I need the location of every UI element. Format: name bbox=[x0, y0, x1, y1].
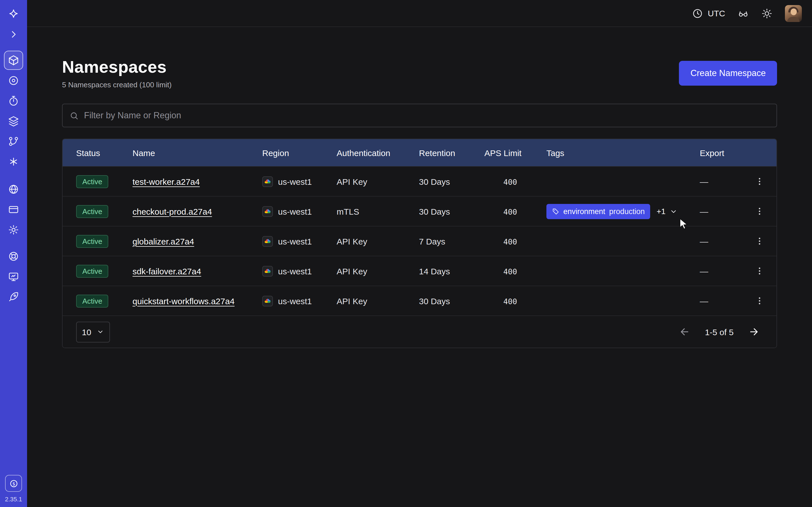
export-value: — bbox=[700, 207, 743, 216]
column-header-tags: Tags bbox=[546, 148, 700, 158]
sidebar: $ 2.35.1 bbox=[0, 0, 27, 507]
region-label: us-west1 bbox=[278, 177, 312, 186]
chevron-down-icon bbox=[96, 328, 104, 336]
sidebar-item-asterisk-icon[interactable] bbox=[7, 155, 20, 168]
page-size-selector[interactable]: 10 bbox=[76, 321, 110, 342]
timezone-selector[interactable]: UTC bbox=[692, 8, 725, 19]
sidebar-item-docs-monitor-icon[interactable] bbox=[7, 270, 20, 283]
retention-value: 7 Days bbox=[419, 236, 485, 246]
page-size-value: 10 bbox=[82, 327, 91, 337]
sidebar-item-globe-icon[interactable] bbox=[7, 182, 20, 196]
search-icon bbox=[69, 111, 79, 120]
sidebar-nav bbox=[0, 0, 27, 311]
avatar-decoration bbox=[791, 8, 797, 15]
region-label: us-west1 bbox=[278, 296, 312, 305]
pager: 1-5 of 5 bbox=[679, 326, 763, 337]
column-header-retention: Retention bbox=[419, 148, 485, 158]
app-root: $ 2.35.1 UTC bbox=[0, 0, 812, 507]
main-content: Namespaces 5 Namespaces created (100 lim… bbox=[27, 27, 812, 507]
user-avatar[interactable] bbox=[785, 5, 802, 22]
theme-sun-icon[interactable] bbox=[761, 8, 772, 19]
namespace-link[interactable]: globalizer.a27a4 bbox=[133, 236, 194, 246]
sidebar-item-branch-icon[interactable] bbox=[7, 135, 20, 148]
temporal-logo-icon[interactable] bbox=[7, 7, 20, 21]
gcp-logo-icon bbox=[262, 176, 273, 187]
export-value: — bbox=[700, 177, 743, 186]
gcp-logo-icon bbox=[262, 266, 273, 276]
sidebar-footer: $ 2.35.1 bbox=[5, 475, 22, 507]
sidebar-item-namespaces[interactable] bbox=[4, 51, 23, 70]
glasses-icon[interactable] bbox=[738, 8, 749, 19]
filter-input[interactable] bbox=[84, 110, 770, 121]
status-badge: Active bbox=[76, 235, 109, 247]
next-page-arrow-icon[interactable] bbox=[748, 326, 760, 337]
row-menu-kebab-icon[interactable] bbox=[752, 203, 767, 219]
sidebar-item-billing-card-icon[interactable] bbox=[7, 203, 20, 216]
namespace-link[interactable]: sdk-failover.a27a4 bbox=[133, 266, 201, 276]
gcp-logo-icon bbox=[262, 295, 273, 306]
sidebar-item-support-lifebuoy-icon[interactable] bbox=[7, 249, 20, 263]
region-label: us-west1 bbox=[278, 266, 312, 276]
namespace-count-subtitle: 5 Namespaces created (100 limit) bbox=[62, 80, 172, 89]
status-badge: Active bbox=[76, 265, 109, 277]
filter-searchbar bbox=[62, 104, 777, 127]
export-value: — bbox=[700, 266, 743, 276]
namespace-link[interactable]: quickstart-workflows.a27a4 bbox=[133, 296, 235, 305]
sidebar-item-timer-icon[interactable] bbox=[7, 94, 20, 108]
aps-limit-value: 400 bbox=[485, 267, 517, 276]
sidebar-group-primary bbox=[4, 51, 23, 175]
tag-key: environment bbox=[563, 207, 605, 216]
usage-dollar-icon[interactable]: $ bbox=[5, 475, 22, 492]
namespace-link[interactable]: test-worker.a27a4 bbox=[133, 177, 200, 186]
clock-icon bbox=[692, 8, 703, 19]
create-namespace-button[interactable]: Create Namespace bbox=[679, 61, 777, 86]
region-label: us-west1 bbox=[278, 236, 312, 246]
column-header-aps-limit: APS Limit bbox=[485, 148, 546, 158]
auth-method: API Key bbox=[337, 177, 419, 186]
aps-limit-value: 400 bbox=[485, 297, 517, 305]
sidebar-item-layers-icon[interactable] bbox=[7, 114, 20, 128]
sidebar-group-help bbox=[7, 249, 20, 311]
previous-page-arrow-icon[interactable] bbox=[679, 326, 690, 337]
auth-method: API Key bbox=[337, 236, 419, 246]
row-menu-kebab-icon[interactable] bbox=[752, 233, 767, 249]
timezone-label: UTC bbox=[708, 8, 725, 18]
status-badge: Active bbox=[76, 175, 109, 188]
table-footer: 10 1-5 of 5 bbox=[63, 316, 776, 348]
aps-limit-value: 400 bbox=[485, 237, 517, 246]
region-label: us-west1 bbox=[278, 207, 312, 216]
app-version: 2.35.1 bbox=[5, 496, 22, 503]
row-menu-kebab-icon[interactable] bbox=[752, 263, 767, 279]
sidebar-group-account bbox=[7, 182, 20, 243]
page-title: Namespaces bbox=[62, 57, 172, 76]
svg-text:$: $ bbox=[12, 481, 15, 486]
cube-icon bbox=[8, 55, 19, 66]
table-row: Active quickstart-workflows.a27a4 us-wes… bbox=[63, 286, 776, 316]
tag-expand-chevron-icon[interactable] bbox=[670, 207, 678, 216]
column-header-export: Export bbox=[700, 148, 743, 158]
gcp-logo-icon bbox=[262, 206, 273, 217]
column-header-authentication: Authentication bbox=[337, 148, 419, 158]
row-menu-kebab-icon[interactable] bbox=[752, 293, 767, 309]
table-row: Active checkout-prod.a27a4 us-west1 mTLS… bbox=[63, 196, 776, 226]
retention-value: 30 Days bbox=[419, 296, 485, 305]
row-menu-kebab-icon[interactable] bbox=[752, 173, 767, 189]
auth-method: mTLS bbox=[337, 207, 419, 216]
aps-limit-value: 400 bbox=[485, 207, 517, 216]
sidebar-item-disc-icon[interactable] bbox=[7, 74, 20, 87]
tag-more-count[interactable]: +1 bbox=[657, 207, 666, 216]
namespaces-table: Status Name Region Authentication Retent… bbox=[62, 138, 777, 348]
retention-value: 30 Days bbox=[419, 207, 485, 216]
sidebar-item-rocket-icon[interactable] bbox=[7, 290, 20, 304]
namespace-link[interactable]: checkout-prod.a27a4 bbox=[133, 207, 212, 216]
avatar-decoration bbox=[787, 17, 800, 22]
auth-method: API Key bbox=[337, 296, 419, 305]
content-column: UTC Namespaces 5 Namespaces created (100… bbox=[27, 0, 812, 507]
table-row: Active test-worker.a27a4 us-west1 API Ke… bbox=[63, 166, 776, 196]
topbar: UTC bbox=[27, 0, 812, 27]
sidebar-item-settings-gear-icon[interactable] bbox=[7, 223, 20, 237]
tag-chip[interactable]: environment production bbox=[546, 204, 651, 219]
tags-cell: environment production +1 bbox=[546, 204, 700, 219]
sidebar-expand-chevron-icon[interactable] bbox=[7, 27, 20, 41]
export-value: — bbox=[700, 236, 743, 246]
